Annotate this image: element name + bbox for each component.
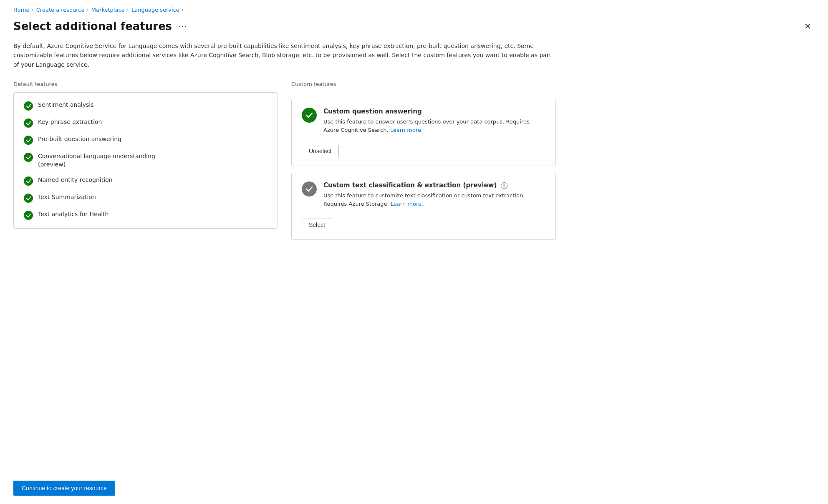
list-item: Pre-built question answering (24, 135, 268, 145)
breadcrumb-sep-2: › (87, 7, 88, 13)
breadcrumb-sep-1: › (32, 7, 33, 13)
feature-conv-lang: Conversational language understanding(pr… (38, 152, 155, 169)
breadcrumb: Home › Create a resource › Marketplace ›… (13, 7, 815, 13)
check-icon-ner (24, 176, 33, 186)
features-container: Default features Sentiment analysis Key … (13, 81, 556, 240)
custom-features-section: Custom features Custom question answerin… (291, 81, 556, 240)
list-item: Sentiment analysis (24, 101, 268, 111)
list-item: Text analytics for Health (24, 210, 268, 220)
check-icon-custom-qa (302, 108, 317, 123)
feature-prebuilt-qa: Pre-built question answering (38, 135, 121, 144)
list-item: Conversational language understanding(pr… (24, 152, 268, 169)
check-icon-prebuilt-qa (24, 136, 33, 145)
custom-qa-title: Custom question answering (323, 108, 545, 115)
custom-feature-qa-info: Custom question answering Use this featu… (323, 108, 545, 134)
custom-classification-title: Custom text classification & extraction … (323, 181, 545, 189)
unselect-button[interactable]: Unselect (302, 145, 338, 157)
continue-button[interactable]: Continue to create your resource (13, 481, 115, 496)
default-features-section: Default features Sentiment analysis Key … (13, 81, 278, 240)
check-icon-sentiment (24, 101, 33, 111)
feature-text-health: Text analytics for Health (38, 210, 109, 219)
breadcrumb-sep-3: › (127, 7, 129, 13)
breadcrumb-sep-4: › (182, 7, 184, 13)
custom-classification-learn-more[interactable]: Learn more. (391, 201, 423, 207)
footer: Continue to create your resource (0, 472, 828, 504)
feature-text-summary: Text Summarization (38, 193, 96, 202)
check-icon-custom-classification (302, 181, 317, 197)
page-title: Select additional features (13, 20, 172, 33)
breadcrumb-language-service[interactable]: Language service (131, 7, 179, 13)
custom-feature-qa-header: Custom question answering Use this featu… (302, 108, 545, 134)
breadcrumb-create-resource[interactable]: Create a resource (36, 7, 85, 13)
custom-qa-desc: Use this feature to answer user's questi… (323, 118, 545, 134)
custom-feature-card-qa: Custom question answering Use this featu… (291, 99, 556, 166)
feature-key-phrase: Key phrase extraction (38, 118, 102, 126)
feature-sentiment-analysis: Sentiment analysis (38, 101, 94, 109)
list-item: Key phrase extraction (24, 118, 268, 128)
custom-qa-learn-more[interactable]: Learn more. (390, 127, 423, 133)
list-item: Named entity recognition (24, 176, 268, 186)
info-icon: i (501, 182, 507, 189)
page-header: Select additional features ··· ✕ (13, 20, 815, 33)
default-features-label: Default features (13, 81, 278, 87)
page-description: By default, Azure Cognitive Service for … (13, 41, 556, 69)
check-icon-text-health (24, 211, 33, 220)
feature-ner: Named entity recognition (38, 176, 113, 184)
default-features-box: Sentiment analysis Key phrase extraction… (13, 92, 278, 229)
select-button[interactable]: Select (302, 219, 332, 231)
page-container: Home › Create a resource › Marketplace ›… (0, 0, 828, 472)
custom-feature-card-classification: Custom text classification & extraction … (291, 173, 556, 240)
check-icon-conv-lang (24, 153, 33, 162)
custom-feature-classification-info: Custom text classification & extraction … (323, 181, 545, 208)
page-header-left: Select additional features ··· (13, 20, 190, 33)
breadcrumb-home[interactable]: Home (13, 7, 29, 13)
custom-features-label: Custom features (291, 81, 556, 87)
close-button[interactable]: ✕ (801, 20, 815, 33)
custom-feature-classification-header: Custom text classification & extraction … (302, 181, 545, 208)
custom-classification-desc: Use this feature to customize text class… (323, 192, 545, 208)
check-icon-key-phrase (24, 118, 33, 128)
breadcrumb-marketplace[interactable]: Marketplace (91, 7, 125, 13)
list-item: Text Summarization (24, 193, 268, 203)
check-icon-text-summary (24, 194, 33, 203)
more-options-button[interactable]: ··· (176, 21, 190, 32)
